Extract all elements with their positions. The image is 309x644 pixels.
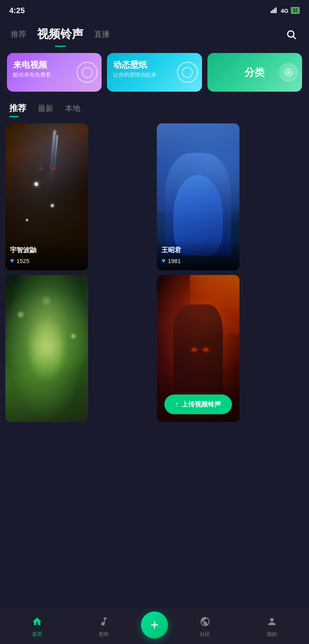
wallpaper-icon xyxy=(177,62,198,83)
svg-point-4 xyxy=(288,31,294,37)
video-grid: 宇智波鼬 ♥ 1525 王昭君 ♥ 1981 xyxy=(0,117,309,428)
nav-home[interactable]: 首页 xyxy=(4,616,71,638)
video-card-3[interactable] xyxy=(5,275,88,422)
ringtone-label: 彩铃 xyxy=(99,631,109,638)
content-tab-latest[interactable]: 最新 xyxy=(38,103,53,117)
status-time: 4:25 xyxy=(9,6,25,15)
svg-rect-2 xyxy=(274,9,275,13)
nav-plus[interactable]: + xyxy=(137,612,172,642)
feature-card-wallpaper[interactable]: 动态壁纸 让你的壁纸动起来 xyxy=(107,53,202,92)
community-icon xyxy=(200,616,211,629)
svg-point-6 xyxy=(287,71,290,74)
heart-icon-1: ♥ xyxy=(10,257,14,265)
incoming-video-icon xyxy=(76,62,98,83)
feature-cards: 来电视频 酷炫来电免费看 动态壁纸 让你的壁纸动起来 分类 xyxy=(0,45,309,96)
nav-tabs: 推荐 视频铃声 直播 xyxy=(9,23,283,45)
upload-video-button[interactable]: ↑ 上传视频铃声 xyxy=(164,395,232,414)
svg-line-5 xyxy=(293,36,295,39)
likes-count-1: 1525 xyxy=(17,258,29,264)
header: 推荐 视频铃声 直播 xyxy=(0,19,309,45)
tab-video-ringtone[interactable]: 视频铃声 xyxy=(36,23,85,45)
profile-icon xyxy=(267,616,277,629)
bottom-nav: 首页 彩铃 + 社区 我的 xyxy=(0,609,309,644)
video-card-1-likes: ♥ 1525 xyxy=(10,257,83,265)
ringtone-icon xyxy=(98,616,109,629)
heart-icon-2: ♥ xyxy=(161,257,166,265)
upload-icon: ↑ xyxy=(175,400,178,408)
tab-live[interactable]: 直播 xyxy=(93,26,111,43)
tab-recommend[interactable]: 推荐 xyxy=(9,26,28,43)
feature-card-incoming-video[interactable]: 来电视频 酷炫来电免费看 xyxy=(7,53,102,92)
search-button[interactable] xyxy=(283,26,300,43)
svg-rect-1 xyxy=(272,10,273,13)
nav-ringtone[interactable]: 彩铃 xyxy=(71,616,138,638)
home-icon xyxy=(32,616,42,629)
upload-label: 上传视频铃声 xyxy=(182,400,221,409)
category-title: 分类 xyxy=(244,66,265,79)
signal-icon xyxy=(271,7,278,14)
video-card-1-title: 宇智波鼬 xyxy=(10,246,83,255)
content-tabs: 推荐 最新 本地 xyxy=(0,96,309,117)
content-tab-local[interactable]: 本地 xyxy=(65,103,80,117)
video-card-1[interactable]: 宇智波鼬 ♥ 1525 xyxy=(5,123,88,270)
video-card-2-title: 王昭君 xyxy=(161,246,235,255)
nav-profile[interactable]: 我的 xyxy=(239,616,306,638)
home-label: 首页 xyxy=(32,631,42,638)
profile-label: 我的 xyxy=(267,631,277,638)
plus-icon: + xyxy=(150,618,158,632)
video-card-2-overlay: 王昭君 ♥ 1981 xyxy=(157,240,239,270)
svg-rect-3 xyxy=(275,7,277,13)
battery-icon: 32 xyxy=(291,7,300,14)
video-card-1-overlay: 宇智波鼬 ♥ 1525 xyxy=(5,240,88,270)
likes-count-2: 1981 xyxy=(168,258,181,264)
video-card-4[interactable]: ↑ 上传视频铃声 xyxy=(157,275,239,422)
network-label: 4G xyxy=(281,7,289,14)
nav-community[interactable]: 社区 xyxy=(172,616,239,638)
video-card-3-bg xyxy=(5,275,88,422)
feature-card-category[interactable]: 分类 xyxy=(207,53,302,92)
plus-button[interactable]: + xyxy=(141,612,168,639)
content-tab-recommend[interactable]: 推荐 xyxy=(9,102,26,117)
category-icon xyxy=(279,63,298,82)
video-card-2[interactable]: 王昭君 ♥ 1981 xyxy=(157,123,239,270)
status-icons: 4G 32 xyxy=(271,7,300,14)
community-label: 社区 xyxy=(200,631,210,638)
video-card-2-likes: ♥ 1981 xyxy=(161,257,235,265)
search-icon xyxy=(286,29,297,40)
status-bar: 4:25 4G 32 xyxy=(0,0,309,19)
svg-rect-0 xyxy=(271,11,272,13)
